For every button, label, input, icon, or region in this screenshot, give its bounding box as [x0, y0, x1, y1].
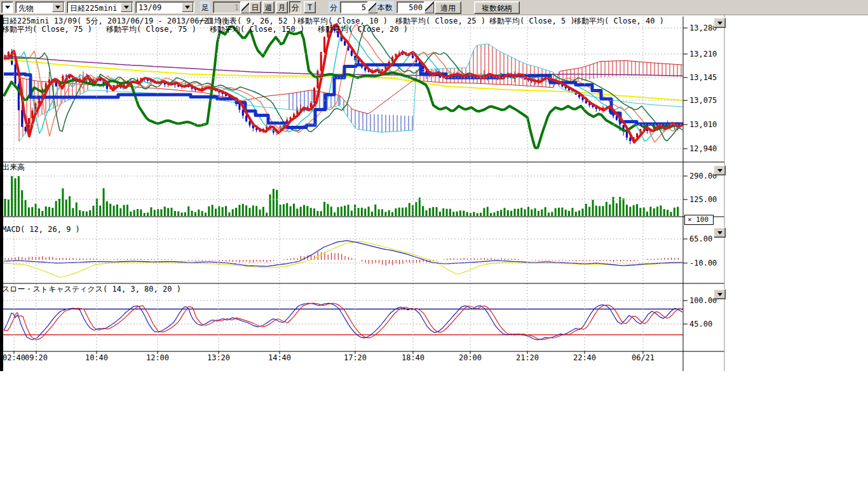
price-axis-label: 12,940 — [689, 145, 717, 152]
bar-count-label: 本数 — [376, 1, 394, 12]
price-axis-label: 13,145 — [689, 74, 717, 81]
price-axis-label: 13,075 — [689, 97, 717, 104]
chevron-down-icon — [5, 6, 10, 9]
pane-scale-dropdown-button[interactable] — [714, 227, 726, 238]
chevron-down-icon — [717, 169, 722, 172]
period-month-button[interactable]: 月 — [276, 1, 288, 13]
period-day-button[interactable]: 日 — [249, 1, 261, 13]
legend-item: 移動平均( Close, 75 ) — [2, 25, 92, 34]
toolbar: 先物 日経225mini 13/09 足 1 日 週 月 分 T 分 5 本数 … — [0, 0, 868, 15]
bar-count-stepper[interactable]: 500 — [397, 1, 434, 13]
time-tick-label: 14:40 — [264, 354, 295, 362]
volume-axis-label: 125.00 — [689, 196, 717, 203]
legend-item: 移動平均( Close, 20 ) — [318, 25, 408, 34]
bar-interval-value: 1 — [213, 1, 241, 13]
minute-label: 分 — [329, 1, 339, 12]
time-tick-label: 12:00 — [142, 354, 173, 362]
legend-item: 移動平均( Close, 5 ) — [489, 17, 575, 25]
chevron-down-icon — [717, 231, 722, 234]
pane-scale-dropdown-button[interactable] — [714, 18, 726, 28]
stochastics-pane-label: スロー・ストキャスティクス( 14, 3, 80, 20 ) — [2, 285, 181, 294]
stoch-axis-label: 45.00 — [689, 320, 712, 328]
time-tick-label: 10:40 — [81, 354, 112, 362]
time-tick-label: 22:40 — [569, 354, 600, 362]
pane-scale-dropdown-button[interactable] — [714, 165, 726, 175]
trading-app-window: 先物 日経225mini 13/09 足 1 日 週 月 分 T 分 5 本数 … — [0, 0, 868, 488]
macd-pane-label: MACD( 12, 26, 9 ) — [2, 226, 80, 234]
combo-dropdown-button[interactable] — [52, 3, 64, 12]
period-week-button[interactable]: 週 — [262, 1, 275, 13]
apply-button[interactable]: 適用 — [435, 1, 461, 14]
time-tick-label: 21:20 — [512, 354, 543, 362]
combo-dropdown-button[interactable] — [182, 3, 193, 12]
macd-axis-label: 65.00 — [689, 235, 712, 243]
chevron-down-icon — [124, 6, 129, 9]
chart-plot-area[interactable] — [3, 17, 683, 351]
stoch-axis-label: 100.00 — [689, 297, 717, 304]
contract-month-select[interactable]: 13/09 — [135, 1, 194, 13]
time-tick-label: 06/21 — [628, 354, 658, 362]
time-tick-label: 13:20 — [203, 354, 234, 362]
period-tick-button[interactable]: T — [304, 1, 316, 13]
multi-symbol-button[interactable]: 複数銘柄 — [474, 1, 520, 14]
time-tick-label: 09:20 — [21, 354, 51, 362]
legend-item: 移動平均( Close, 150 ) — [210, 25, 304, 34]
bar-type-label: 足 — [200, 1, 210, 12]
time-tick-label: 17:20 — [340, 354, 370, 362]
pane-scale-dropdown-button[interactable] — [714, 289, 726, 299]
spinner-icon[interactable] — [424, 1, 434, 13]
volume-pane-label: 出来高 — [2, 163, 25, 172]
time-tick-label: 18:40 — [398, 354, 428, 362]
price-axis-label: 13,010 — [689, 121, 717, 128]
price-axis-label: 13,210 — [689, 50, 717, 58]
price-axis-label: 13,280 — [689, 24, 717, 32]
volume-multiplier-badge: × 100 — [684, 215, 714, 225]
bar-count-value: 500 — [397, 1, 424, 13]
contract-month-value: 13/09 — [136, 2, 181, 13]
legend-item: 移動平均( Close, 25 ) — [395, 17, 485, 25]
symbol-value: 日経225mini — [67, 2, 120, 13]
market-category-select[interactable]: 先物 — [15, 1, 65, 13]
market-category-value: 先物 — [16, 2, 51, 13]
volume-axis-label: 290.00 — [689, 172, 717, 180]
minute-stepper[interactable]: 5 — [340, 1, 377, 13]
time-tick-label: 20:00 — [455, 354, 485, 362]
legend-item: 移動平均( Close, 40 ) — [574, 17, 664, 25]
macd-axis-label: -10.00 — [689, 259, 717, 267]
chevron-down-icon — [55, 6, 60, 9]
chevron-down-icon — [717, 293, 722, 296]
mini-dropdown-button[interactable] — [1, 1, 13, 13]
chevron-down-icon — [185, 6, 190, 9]
bar-interval-stepper[interactable]: 1 — [213, 1, 250, 13]
chevron-down-icon — [717, 22, 722, 25]
period-minute-button[interactable]: 分 — [289, 1, 301, 13]
legend-item: 移動平均( Close, 75 ) — [106, 25, 196, 34]
combo-dropdown-button[interactable] — [121, 3, 132, 12]
minute-value: 5 — [340, 1, 368, 13]
symbol-select[interactable]: 日経225mini — [67, 1, 133, 13]
